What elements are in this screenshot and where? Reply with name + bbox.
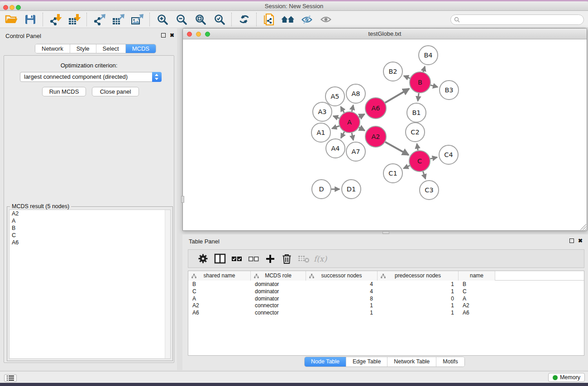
edge-B-B4[interactable] — [423, 67, 425, 72]
deselect-all-icon[interactable] — [245, 252, 262, 266]
export-table-icon[interactable] — [109, 12, 128, 27]
mcds-tab-content: Optimization criterion: largest connecte… — [4, 55, 174, 363]
edge-C-C1[interactable] — [404, 166, 410, 168]
table-row[interactable]: A6connector11A6 — [188, 309, 584, 316]
cell-shared-name: A6 — [188, 309, 251, 316]
memory-button[interactable]: Memory — [548, 373, 585, 382]
toolbar-group — [46, 12, 84, 27]
float-table-panel-icon[interactable] — [569, 238, 574, 243]
import-network-icon[interactable] — [46, 12, 65, 27]
cell-shared-name: A2 — [188, 302, 251, 309]
table-row[interactable]: Bdominator41B — [188, 281, 584, 288]
run-mcds-button[interactable]: Run MCDS — [42, 87, 86, 96]
column-header-shared-name[interactable]: shared name — [188, 271, 251, 281]
result-list-item[interactable]: B — [10, 224, 170, 232]
save-icon[interactable] — [21, 12, 40, 27]
cell-MCDS-role: connector — [251, 302, 306, 309]
tab-edge-table[interactable]: Edge Table — [346, 357, 387, 367]
table-tabs: Node TableEdge TableNetwork TableMotifs — [304, 357, 465, 367]
tab-select[interactable]: Select — [96, 44, 126, 53]
search-box[interactable] — [450, 14, 584, 25]
select-all-icon[interactable] — [228, 252, 245, 266]
tab-motifs[interactable]: Motifs — [436, 357, 464, 367]
network-window-titlebar[interactable]: testGlobe.txt — [183, 29, 587, 39]
cell-shared-name: B — [188, 281, 251, 288]
edge-A-A5[interactable] — [341, 107, 344, 113]
home-overview-icon[interactable] — [278, 12, 297, 27]
open-folder-icon[interactable] — [2, 12, 21, 27]
network-canvas[interactable]: B4B2BB3A8A5A6A3B1AA1C2A2A4A7C4CC1C3DD1 — [183, 40, 587, 230]
float-panel-icon[interactable] — [161, 33, 166, 38]
edge-A-A6[interactable] — [359, 114, 364, 117]
add-icon[interactable] — [262, 252, 278, 266]
node-table[interactable]: shared nameMCDS rolesuccessor nodesprede… — [188, 271, 584, 356]
result-list-item[interactable]: A6 — [10, 239, 170, 246]
zoom-fit-icon[interactable] — [191, 12, 210, 27]
toolbar-group — [153, 12, 229, 27]
edge-A6-B[interactable] — [385, 89, 409, 103]
show-eye-icon[interactable] — [316, 12, 335, 27]
result-list-item[interactable]: A — [10, 217, 170, 224]
edge-C-C3[interactable] — [423, 172, 425, 179]
edge-C-C2[interactable] — [417, 144, 418, 151]
export-network-icon[interactable] — [90, 12, 109, 27]
export-image-icon[interactable] — [128, 12, 147, 27]
refresh-icon[interactable] — [234, 12, 253, 27]
network-graph[interactable]: B4B2BB3A8A5A6A3B1AA1C2A2A4A7C4CC1C3DD1 — [183, 40, 587, 231]
tab-network-table[interactable]: Network Table — [387, 357, 436, 367]
cell-name: A — [459, 295, 495, 302]
optimization-dropdown[interactable]: largest connected component (directed) — [20, 72, 162, 82]
column-header-name[interactable]: name — [459, 271, 495, 281]
edge-A-A1[interactable] — [332, 126, 339, 129]
column-header-successor-nodes[interactable]: successor nodes — [306, 271, 378, 281]
task-history-button[interactable] — [4, 374, 17, 382]
node-label-A4: A4 — [331, 145, 339, 152]
tab-node-table[interactable]: Node Table — [305, 357, 346, 367]
edge-B-B2[interactable] — [404, 76, 410, 78]
cell-predecessor-nodes: 1 — [378, 288, 459, 295]
close-table-panel-icon[interactable]: ✖ — [578, 238, 583, 243]
result-list-item[interactable]: A2 — [10, 210, 170, 217]
gear-icon[interactable] — [195, 252, 211, 266]
horizontal-splitter-grip[interactable] — [382, 231, 389, 234]
trash-icon[interactable] — [278, 252, 295, 266]
window-resize-grip[interactable] — [580, 224, 586, 230]
edge-A-A2[interactable] — [359, 128, 364, 131]
table-row[interactable]: Cdominator41C — [188, 288, 584, 295]
edge-A2-C[interactable] — [385, 142, 409, 155]
edge-A-A4[interactable] — [341, 132, 344, 138]
close-panel-icon[interactable]: ✖ — [170, 33, 174, 38]
network-from-file-icon[interactable] — [259, 12, 278, 27]
tab-network[interactable]: Network — [35, 44, 70, 53]
zoom-selected-icon[interactable] — [210, 12, 229, 27]
close-panel-button[interactable]: Close panel — [92, 87, 139, 96]
table-row[interactable]: A2connector11A2 — [188, 302, 584, 309]
optimization-criterion-label: Optimization criterion: — [4, 62, 174, 69]
zoom-in-icon[interactable] — [153, 12, 172, 27]
cell-MCDS-role: connector — [251, 309, 306, 316]
column-header-MCDS-role[interactable]: MCDS role — [251, 271, 306, 281]
vertical-splitter-grip[interactable] — [181, 196, 184, 203]
edge-A-A3[interactable] — [333, 116, 339, 118]
mcds-result-list[interactable]: A2ABCA6 — [9, 210, 171, 359]
cell-MCDS-role: dominator — [251, 288, 306, 295]
table-row[interactable]: Adominator80A — [188, 295, 584, 302]
memory-label: Memory — [560, 374, 580, 381]
edge-B-B1[interactable] — [418, 93, 419, 101]
hide-eye-icon[interactable] — [297, 12, 316, 27]
search-icon — [454, 17, 460, 23]
result-list-scrollbar[interactable] — [165, 210, 170, 358]
edge-A-A7[interactable] — [352, 133, 353, 140]
split-view-icon[interactable] — [211, 252, 228, 266]
result-list-item[interactable]: C — [10, 232, 170, 239]
import-table-icon[interactable] — [65, 12, 84, 27]
zoom-out-icon[interactable] — [172, 12, 191, 27]
tab-mcds[interactable]: MCDS — [126, 44, 156, 53]
tab-style[interactable]: Style — [70, 44, 96, 53]
edge-B-B3[interactable] — [430, 85, 438, 87]
node-label-D: D — [319, 186, 324, 193]
edge-A-A8[interactable] — [352, 105, 353, 111]
edge-C-C4[interactable] — [430, 157, 437, 159]
column-header-predecessor-nodes[interactable]: predecessor nodes — [378, 271, 459, 281]
search-input[interactable] — [460, 16, 583, 24]
